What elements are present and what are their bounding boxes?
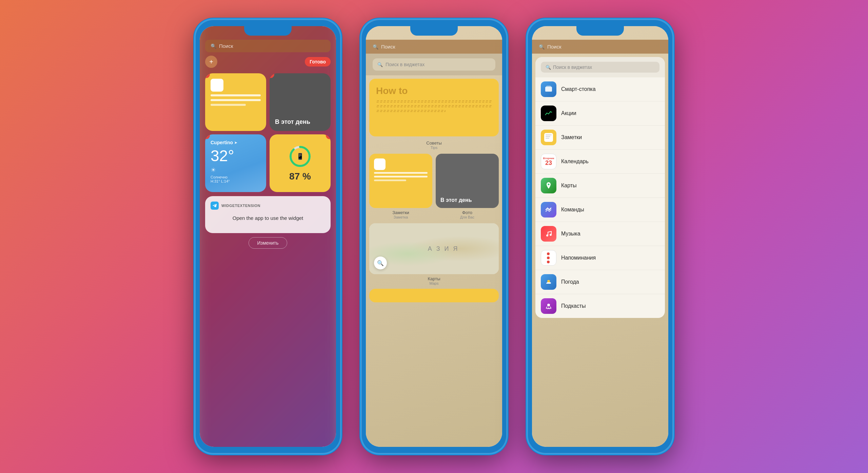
list-item[interactable]: Смарт-стопка: [535, 77, 665, 101]
photo-sublabel: Для Вас: [436, 215, 499, 219]
app-name: Подкасты: [561, 303, 586, 309]
telegram-title: WIDGETEXTENSION: [221, 204, 260, 208]
app-icon-notes: [541, 130, 556, 145]
phone2-search-label: Поиск: [381, 44, 395, 50]
telegram-icon: [211, 202, 219, 210]
notes-small-sublabel: Заметка: [369, 215, 432, 219]
notch-2: [410, 26, 458, 36]
app-name: Смарт-стопка: [561, 86, 596, 92]
phone2-header: 🔍 Поиск: [366, 40, 502, 54]
battery-percent: 87 %: [289, 171, 311, 182]
weather-desc: Солнечно H:31° L:14°: [211, 175, 261, 183]
battery-widget[interactable]: − 📱 87 %: [270, 134, 331, 192]
weather-temp: 32°: [211, 147, 261, 165]
svg-point-6: [546, 234, 548, 236]
app-icon-maps: [541, 178, 556, 193]
app-list: Смарт-стопка Акции: [535, 77, 665, 318]
notes-small-label: Заметки: [369, 210, 432, 215]
app-name: Музыка: [561, 231, 580, 237]
app-name: Акции: [561, 110, 576, 116]
notes-line-1: [211, 94, 261, 96]
today-widget-text: В этот день: [275, 118, 310, 126]
app-icon-podcasts: [541, 298, 556, 314]
phone3-widget-search-bar: 🔍 Поиск в виджетах: [535, 57, 665, 77]
svg-rect-2: [545, 87, 552, 92]
svg-point-9: [547, 304, 550, 306]
app-icon-calendar: Вторник 23: [541, 154, 556, 169]
list-item[interactable]: Карты: [535, 174, 665, 198]
list-item[interactable]: Вторник 23 Календарь: [535, 150, 665, 174]
svg-point-7: [550, 234, 552, 236]
photo-label: Фото: [436, 210, 499, 215]
phone1-search-text: Поиск: [219, 43, 233, 49]
app-icon-music: [541, 226, 556, 242]
notes-small-line-2: [374, 176, 428, 177]
photo-widget-text: В этот день: [440, 197, 472, 203]
remove-battery-button[interactable]: −: [326, 134, 331, 139]
edit-button[interactable]: Изменить: [249, 237, 287, 249]
app-icon-reminders: [541, 250, 556, 266]
svg-rect-4: [547, 86, 551, 86]
phone-3: 🔍 Поиск 🔍 Поиск в виджетах: [527, 19, 673, 454]
notes-small-widget[interactable]: [369, 154, 432, 208]
phone1-search-bar[interactable]: 🔍 Поиск: [205, 40, 331, 52]
phone2-search-inner[interactable]: 🔍 Поиск в виджетах: [373, 58, 495, 71]
phone-1: 🔍 Поиск + Готово − −: [195, 19, 341, 454]
weather-widget[interactable]: − Cupertino ➤ 32° ☀ Солнечно H:31° L:14°: [205, 134, 266, 192]
app-name: Карты: [561, 183, 577, 189]
app-icon-stocks: [541, 106, 556, 121]
small-widgets-row: Заметки Заметка В этот день Фото Для Вас: [369, 154, 499, 219]
notch-3: [576, 26, 624, 36]
notes-widget[interactable]: −: [205, 73, 266, 131]
photo-widget-container: В этот день Фото Для Вас: [436, 154, 499, 219]
list-item[interactable]: Акции: [535, 101, 665, 126]
remove-weather-button[interactable]: −: [205, 134, 210, 139]
notch-1: [244, 26, 292, 36]
notes-icon: [211, 79, 223, 92]
list-item[interactable]: Подкасты: [535, 294, 665, 318]
phone3-search-inner[interactable]: 🔍 Поиск в виджетах: [541, 62, 659, 73]
widgets-row-2: − Cupertino ➤ 32° ☀ Солнечно H:31° L:14°: [205, 134, 331, 192]
list-item[interactable]: Погода: [535, 270, 665, 294]
phone2-widget-list: How to Советы Tips: [366, 75, 502, 442]
add-widget-button[interactable]: +: [205, 56, 217, 68]
svg-rect-3: [546, 86, 551, 87]
list-item[interactable]: Команды: [535, 198, 665, 222]
svg-point-5: [548, 184, 550, 185]
bottom-partial-widget: [369, 289, 499, 302]
app-name: Погода: [561, 279, 579, 285]
app-icon-smartstack: [541, 81, 556, 97]
list-item[interactable]: Музыка: [535, 222, 665, 246]
map-asia-label: А З И Я: [428, 245, 459, 252]
list-item[interactable]: Напоминания: [535, 246, 665, 270]
app-icon-weather: [541, 274, 556, 290]
phone-3-screen: 🔍 Поиск 🔍 Поиск в виджетах: [532, 26, 668, 447]
map-widget[interactable]: А З И Я 🔍: [369, 223, 499, 274]
app-name: Заметки: [561, 134, 582, 140]
list-item[interactable]: Заметки: [535, 126, 665, 150]
tips-widget[interactable]: How to: [369, 79, 499, 136]
app-name: Календарь: [561, 158, 589, 165]
telegram-widget[interactable]: WIDGETEXTENSION Open the app to use the …: [205, 196, 331, 233]
done-button[interactable]: Готово: [305, 57, 331, 67]
photo-widget[interactable]: В этот день: [436, 154, 499, 208]
map-search-button[interactable]: 🔍: [374, 257, 387, 269]
telegram-header: WIDGETEXTENSION: [211, 202, 325, 210]
today-widget[interactable]: − В этот день: [270, 73, 331, 131]
app-name: Команды: [561, 207, 584, 213]
tips-howto-text: How to: [376, 86, 492, 96]
svg-point-8: [547, 280, 550, 283]
app-name: Напоминания: [561, 255, 596, 261]
map-sublabel: Maps: [369, 281, 499, 285]
tips-line-2: [376, 105, 492, 107]
remove-today-button[interactable]: −: [270, 73, 274, 78]
battery-circle: 📱: [288, 145, 312, 168]
remove-notes-button[interactable]: −: [205, 73, 210, 78]
notes-small-container: Заметки Заметка: [369, 154, 432, 219]
tips-widget-container: How to Советы Tips: [369, 79, 499, 150]
map-label: Карты: [369, 276, 499, 281]
notes-small-icon: [374, 158, 386, 170]
tips-label: Советы: [369, 140, 499, 146]
phone2-widget-search: Поиск в виджетах: [386, 62, 425, 67]
phone3-search-label: Поиск: [547, 44, 561, 50]
